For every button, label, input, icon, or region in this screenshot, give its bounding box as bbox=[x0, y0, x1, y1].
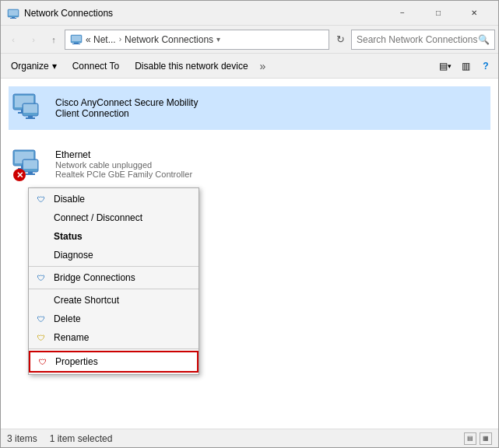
close-button[interactable]: ✕ bbox=[456, 1, 492, 26]
menu-item-delete[interactable]: 🛡 Delete bbox=[29, 310, 199, 328]
selected-count: 1 item selected bbox=[50, 433, 113, 444]
vpn-icon bbox=[12, 89, 49, 127]
network-list: Cisco AnyConnect Secure MobilityClient C… bbox=[9, 86, 490, 186]
help-button[interactable]: ? bbox=[476, 57, 495, 75]
search-icon: 🔍 bbox=[478, 34, 490, 45]
ethernet-name: Ethernet bbox=[55, 149, 192, 160]
menu-item-bridge[interactable]: 🛡 Bridge Connections bbox=[29, 268, 199, 287]
pane-button[interactable]: ▥ bbox=[456, 57, 475, 75]
connect-to-button[interactable]: Connect To bbox=[65, 57, 127, 75]
forward-button[interactable]: › bbox=[24, 30, 43, 49]
window-title: Network Connections bbox=[24, 8, 385, 19]
shield-icon: 🛡 bbox=[37, 355, 49, 368]
shield-icon: 🛡 bbox=[35, 313, 47, 325]
svg-rect-21 bbox=[23, 160, 37, 169]
items-count: 3 items bbox=[7, 433, 37, 444]
list-item[interactable]: Cisco AnyConnect Secure MobilityClient C… bbox=[9, 86, 490, 130]
window-icon bbox=[7, 7, 19, 19]
svg-rect-1 bbox=[9, 10, 18, 16]
menu-item-rename[interactable]: 🛡 Rename bbox=[29, 328, 199, 347]
refresh-button[interactable]: ↻ bbox=[331, 30, 350, 50]
ethernet-info: Ethernet Network cable unplugged Realtek… bbox=[55, 149, 192, 179]
menu-item-diagnose[interactable]: Diagnose bbox=[29, 246, 199, 264]
addressbar: ‹ › ↑ « Net... › Network Connections ▾ ↻… bbox=[1, 26, 498, 54]
ethernet-icon: ✕ bbox=[12, 145, 49, 183]
vpn-info: Cisco AnyConnect Secure MobilityClient C… bbox=[55, 97, 198, 119]
disable-button[interactable]: Disable this network device bbox=[128, 57, 255, 75]
content-area: Cisco AnyConnect Secure MobilityClient C… bbox=[1, 79, 498, 429]
menu-item-disable[interactable]: 🛡 Disable bbox=[29, 190, 199, 208]
shield-icon: 🛡 bbox=[35, 271, 47, 284]
address-bar[interactable]: « Net... › Network Connections ▾ bbox=[65, 30, 329, 50]
context-menu: 🛡 Disable Connect / Disconnect Status Di… bbox=[28, 187, 199, 375]
menu-item-properties[interactable]: 🛡 Properties bbox=[29, 351, 199, 373]
up-button[interactable]: ↑ bbox=[44, 30, 63, 49]
main-window: Network Connections − □ ✕ ‹ › ↑ « Net...… bbox=[0, 0, 499, 448]
svg-rect-14 bbox=[28, 116, 33, 117]
toolbar: Organize ▾ Connect To Disable this netwo… bbox=[1, 54, 498, 79]
address-icon bbox=[70, 33, 83, 46]
menu-item-connect[interactable]: Connect / Disconnect bbox=[29, 208, 199, 227]
svg-rect-6 bbox=[74, 43, 79, 44]
statusbar: 3 items 1 item selected ▤ ▦ bbox=[1, 429, 498, 447]
search-input[interactable] bbox=[357, 34, 478, 45]
list-item[interactable]: ✕ Ethernet Network cable unplugged Realt… bbox=[9, 142, 490, 186]
svg-rect-13 bbox=[23, 104, 37, 113]
menu-item-create-shortcut[interactable]: Create Shortcut bbox=[29, 291, 199, 310]
shield-icon: 🛡 bbox=[35, 193, 47, 205]
svg-rect-3 bbox=[10, 18, 16, 19]
breadcrumb-current: Network Connections bbox=[125, 34, 213, 45]
view-options-button[interactable]: ▤ ▾ bbox=[436, 57, 455, 75]
shield-icon: 🛡 bbox=[35, 331, 47, 344]
maximize-button[interactable]: □ bbox=[420, 1, 456, 26]
minimize-button[interactable]: − bbox=[385, 1, 420, 26]
view-large-icon[interactable]: ▦ bbox=[480, 432, 492, 445]
ethernet-controller: Realtek PCIe GbE Family Controller bbox=[55, 170, 192, 179]
menu-item-status[interactable]: Status bbox=[29, 227, 199, 246]
breadcrumb-net: « Net... bbox=[86, 34, 116, 45]
titlebar: Network Connections − □ ✕ bbox=[1, 1, 498, 26]
vpn-name: Cisco AnyConnect Secure MobilityClient C… bbox=[55, 97, 198, 119]
menu-separator-1 bbox=[29, 266, 199, 267]
svg-rect-2 bbox=[12, 17, 15, 18]
toolbar-right: ▤ ▾ ▥ ? bbox=[436, 57, 495, 75]
menu-separator-3 bbox=[29, 348, 199, 349]
address-dropdown-icon[interactable]: ▾ bbox=[216, 35, 220, 44]
back-button[interactable]: ‹ bbox=[4, 30, 23, 49]
statusbar-right: ▤ ▦ bbox=[464, 432, 492, 445]
svg-rect-5 bbox=[72, 36, 81, 41]
search-box[interactable]: 🔍 bbox=[351, 30, 495, 50]
error-badge: ✕ bbox=[13, 169, 26, 181]
svg-rect-15 bbox=[26, 117, 35, 119]
menu-separator-2 bbox=[29, 289, 199, 289]
organize-button[interactable]: Organize ▾ bbox=[4, 57, 64, 75]
more-button[interactable]: » bbox=[257, 60, 269, 72]
breadcrumb-sep: › bbox=[119, 35, 121, 44]
window-controls: − □ ✕ bbox=[385, 1, 492, 26]
ethernet-status: Network cable unplugged bbox=[55, 160, 192, 170]
svg-rect-23 bbox=[26, 173, 35, 175]
svg-rect-7 bbox=[72, 44, 80, 44]
svg-rect-22 bbox=[28, 172, 33, 173]
view-small-icon[interactable]: ▤ bbox=[464, 432, 476, 445]
